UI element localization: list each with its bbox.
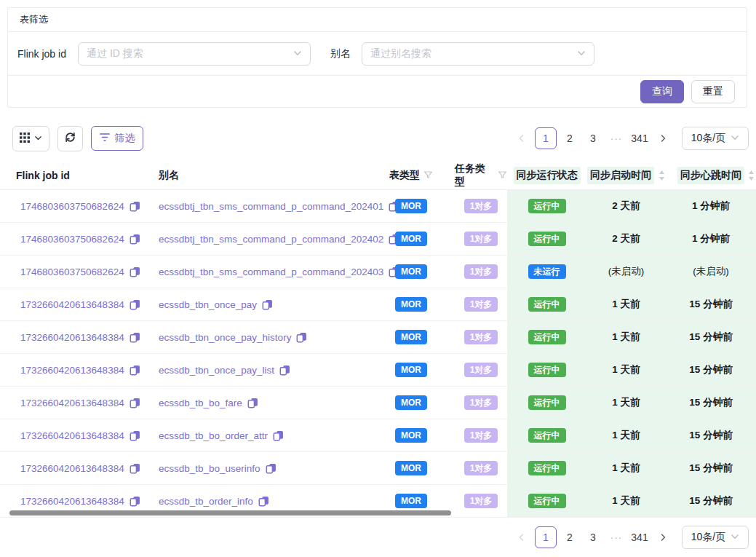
alias-link[interactable]: ecssdbtj_tbn_sms_command_p_command_20240… (159, 201, 383, 212)
column-header-3[interactable]: 任务类型 (455, 161, 507, 189)
filter-panel: 表筛选 Flink job id 通过 ID 搜索 别名 通过别名搜索 查询 重… (7, 7, 747, 108)
heartbeat-time-cell: 15 分钟前 (666, 288, 756, 320)
task-type-badge: 1对多 (464, 428, 498, 443)
column-header-5[interactable]: 同步启动时间 (586, 161, 666, 189)
flink-job-id-select[interactable]: 通过 ID 搜索 (78, 42, 311, 66)
filter-panel-body: Flink job id 通过 ID 搜索 别名 通过别名搜索 (8, 32, 747, 76)
alias-link[interactable]: ecssdb_tb_order_info (159, 496, 253, 507)
copy-icon[interactable] (130, 398, 140, 408)
job-id-link[interactable]: 1732660420613648384 (20, 496, 124, 507)
table-body: 1746803603750682624 ecssdbtj_tbn_sms_com… (0, 190, 756, 518)
query-button[interactable]: 查询 (640, 80, 684, 103)
pagination-prev[interactable] (512, 527, 532, 548)
status-badge: 运行中 (528, 461, 566, 475)
pagination-page-2[interactable]: 2 (560, 128, 580, 149)
pagination-ellipsis[interactable]: ··· (606, 128, 626, 149)
column-header-2[interactable]: 表类型 (367, 161, 455, 189)
copy-icon[interactable] (262, 299, 273, 310)
horizontal-scrollbar[interactable] (9, 510, 451, 515)
pagination-prev[interactable] (512, 128, 532, 149)
toolbar-left-group: 筛选 (12, 126, 143, 151)
alias-link[interactable]: ecssdb_tb_bo_fare (159, 398, 242, 408)
alias-link[interactable]: ecssdb_tb_bo_order_attr (159, 430, 268, 441)
start-time-cell: 1 天前 (586, 419, 666, 451)
pagination-ellipsis[interactable]: ··· (606, 527, 626, 548)
task-type-badge: 1对多 (464, 363, 498, 377)
column-title: 别名 (159, 169, 179, 182)
copy-icon[interactable] (247, 398, 258, 408)
table-row: 1732660420613648384 ecssdb_tbn_once_pay … (0, 288, 756, 321)
refresh-button[interactable] (57, 126, 83, 151)
page-size-select[interactable]: 10条/页 (682, 526, 749, 549)
chevron-down-icon (731, 133, 739, 144)
copy-icon[interactable] (296, 332, 307, 343)
flink-job-id-placeholder: 通过 ID 搜索 (87, 47, 143, 60)
copy-icon[interactable] (130, 332, 140, 343)
reset-button[interactable]: 重置 (691, 80, 735, 103)
table-row: 1732660420613648384 ecssdb_tbn_once_pay_… (0, 321, 756, 354)
pagination-page-341[interactable]: 341 (629, 527, 650, 548)
copy-icon[interactable] (258, 496, 269, 507)
copy-icon[interactable] (130, 266, 140, 277)
copy-icon[interactable] (130, 201, 140, 212)
alias-select[interactable]: 通过别名搜索 (362, 42, 594, 66)
page-size-select[interactable]: 10条/页 (682, 127, 749, 150)
open-filter-button[interactable]: 筛选 (91, 126, 143, 151)
job-id-link[interactable]: 1732660420613648384 (20, 332, 124, 343)
heartbeat-time-cell: 15 分钟前 (666, 354, 756, 386)
job-id-link[interactable]: 1732660420613648384 (20, 398, 124, 408)
copy-icon[interactable] (279, 365, 290, 376)
flink-job-id-label: Flink job id (17, 48, 78, 60)
copy-icon[interactable] (266, 463, 276, 474)
pagination-next[interactable] (653, 128, 673, 149)
task-type-badge: 1对多 (464, 461, 498, 475)
pagination-page-3[interactable]: 3 (583, 527, 603, 548)
table-row: 1732660420613648384 ecssdb_tb_bo_userinf… (0, 452, 756, 485)
start-time-cell: 1 天前 (586, 321, 666, 353)
status-badge: 未运行 (528, 264, 566, 279)
pagination-page-3[interactable]: 3 (583, 128, 603, 149)
sorter-icon[interactable] (748, 170, 755, 181)
copy-icon[interactable] (273, 430, 284, 441)
column-header-6[interactable]: 同步心跳时间 (666, 161, 756, 189)
job-id-link[interactable]: 1746803603750682624 (20, 234, 124, 245)
alias-link[interactable]: ecssdb_tb_bo_userinfo (159, 463, 260, 474)
table-type-badge: MOR (395, 494, 427, 508)
alias-link[interactable]: ecssdbtj_tbn_sms_command_p_command_20240… (159, 266, 383, 277)
start-time-cell: 1 天前 (586, 387, 666, 419)
filter-funnel-icon[interactable] (423, 170, 433, 180)
start-time-cell: 1 天前 (586, 288, 666, 320)
pagination-next[interactable] (653, 527, 673, 548)
copy-icon[interactable] (130, 496, 140, 507)
task-type-badge: 1对多 (464, 264, 498, 279)
open-filter-label: 筛选 (115, 132, 135, 145)
pagination-page-2[interactable]: 2 (560, 527, 580, 548)
job-id-link[interactable]: 1732660420613648384 (20, 463, 124, 474)
table-row: 1732660420613648384 ecssdb_tbn_once_pay_… (0, 354, 756, 387)
job-id-link[interactable]: 1732660420613648384 (20, 365, 124, 376)
filter-funnel-icon[interactable] (498, 170, 507, 180)
copy-icon[interactable] (130, 463, 140, 474)
alias-link[interactable]: ecssdbtj_tbn_sms_command_p_command_20240… (159, 234, 383, 245)
task-type-badge: 1对多 (464, 297, 498, 312)
copy-icon[interactable] (130, 430, 140, 441)
copy-icon[interactable] (130, 299, 140, 310)
pagination-page-1[interactable]: 1 (535, 127, 557, 149)
job-id-link[interactable]: 1746803603750682624 (20, 266, 124, 277)
alias-link[interactable]: ecssdb_tbn_once_pay_history (159, 332, 291, 343)
heartbeat-time-cell: (未启动) (666, 256, 756, 288)
copy-icon[interactable] (130, 234, 140, 245)
job-id-link[interactable]: 1732660420613648384 (20, 430, 124, 441)
pagination-page-341[interactable]: 341 (629, 128, 650, 149)
alias-link[interactable]: ecssdb_tbn_once_pay_list (159, 365, 274, 376)
column-settings-button[interactable] (12, 126, 49, 151)
chevron-down-icon (577, 48, 586, 60)
alias-link[interactable]: ecssdb_tbn_once_pay (159, 299, 257, 310)
status-badge: 运行中 (528, 428, 566, 443)
job-id-link[interactable]: 1746803603750682624 (20, 201, 124, 212)
heartbeat-time-cell: 1 分钟前 (666, 223, 756, 255)
pagination-page-1[interactable]: 1 (535, 526, 557, 548)
copy-icon[interactable] (130, 365, 140, 376)
job-id-link[interactable]: 1732660420613648384 (20, 299, 124, 310)
sorter-icon[interactable] (658, 170, 665, 181)
